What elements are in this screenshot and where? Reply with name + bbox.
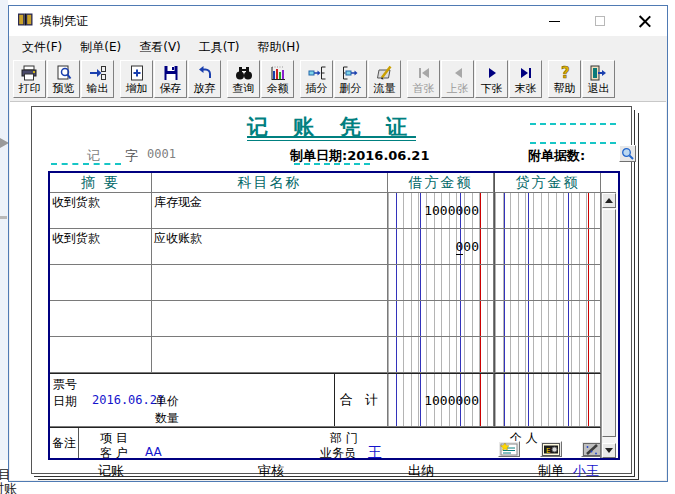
account-cell[interactable]: 库存现金: [152, 193, 388, 229]
salesman-value[interactable]: 王: [368, 444, 382, 458]
voucher-word-label[interactable]: 记: [87, 147, 100, 165]
cashier-label: 出纳: [408, 462, 434, 480]
export-button[interactable]: 输出: [81, 60, 114, 98]
balance-chart-icon: [270, 64, 286, 82]
summary-cell[interactable]: 收到货款: [50, 193, 152, 229]
voucher-client-area: 记 账 凭 证 记 字 0001 制单日期:2016.06.21 附单据数: 摘…: [10, 101, 666, 480]
delete-entry-icon: [342, 64, 360, 82]
total-debit-cell: 1000000: [388, 373, 494, 427]
minimize-button[interactable]: [532, 6, 577, 36]
print-preview-icon: [56, 64, 72, 82]
cashflow-button[interactable]: 流量: [368, 60, 401, 98]
preview-button[interactable]: 预览: [47, 60, 80, 98]
attachment-count-label[interactable]: 附单据数:: [528, 147, 585, 165]
ledger-book-icon: [17, 12, 34, 30]
remark-row: 备注 项 目 部 门 个 人 客 户 AA 业务员 王 E: [50, 427, 601, 458]
undo-icon: [197, 64, 213, 82]
menu-view[interactable]: 查看(V): [130, 36, 190, 59]
header-summary: 摘 要: [50, 173, 152, 193]
voucher-number[interactable]: 0001: [147, 147, 176, 161]
next-page-icon: [484, 64, 500, 82]
account-cell[interactable]: [152, 301, 388, 337]
ticket-label[interactable]: 票号: [53, 376, 77, 393]
next-voucher-button[interactable]: 下张: [475, 60, 508, 98]
voucher-table: 摘 要 科目名称 借方金额 贷方金额 收到货款 库存现金 1000000 收到货…: [48, 171, 620, 460]
summary-cell[interactable]: [50, 301, 152, 337]
dashed-rule: [530, 123, 616, 125]
discard-button[interactable]: 放弃: [188, 60, 221, 98]
last-voucher-button[interactable]: 末张: [509, 60, 542, 98]
query-button[interactable]: 查询: [227, 60, 260, 98]
bookkeeper-label: 记账: [98, 462, 124, 480]
balance-button[interactable]: 余额: [261, 60, 294, 98]
footer-ticket-area: 票号 日期 2016.06.21 单价 数量: [50, 374, 335, 426]
add-button[interactable]: 增加: [120, 60, 153, 98]
footer-date-value[interactable]: 2016.06.21: [92, 393, 164, 407]
magnifier-icon: [621, 147, 634, 160]
prev-page-icon: [450, 64, 466, 82]
unit-price-label[interactable]: 单价: [155, 393, 179, 410]
credit-cell[interactable]: [494, 265, 601, 301]
dashed-rule: [530, 142, 616, 144]
first-voucher-button: 首张: [407, 60, 440, 98]
delete-entry-button[interactable]: 删分: [334, 60, 367, 98]
customer-label[interactable]: 客 户: [100, 445, 128, 458]
title-bar[interactable]: 填制凭证: [9, 6, 667, 36]
voucher-entry-window: 填制凭证 文件(F) 制单(E) 查看(V) 工具(T) 帮助(H) 打印 预览: [8, 5, 668, 482]
voucher-paper: 记 账 凭 证 记 字 0001 制单日期:2016.06.21 附单据数: 摘…: [31, 106, 632, 474]
wizard-button[interactable]: [581, 441, 601, 457]
table-scrollbar[interactable]: [601, 193, 616, 458]
credit-cell[interactable]: [494, 229, 601, 265]
credit-cell[interactable]: [494, 337, 601, 373]
svg-text:?: ?: [561, 65, 570, 81]
debit-cell[interactable]: [388, 337, 494, 373]
summary-cell[interactable]: 收到货款: [50, 229, 152, 265]
scrollbar-thumb[interactable]: [602, 209, 616, 437]
calculator-button[interactable]: E: [540, 441, 562, 457]
credit-cell[interactable]: [494, 193, 601, 229]
voucher-date-field[interactable]: 制单日期:2016.06.21: [290, 147, 429, 165]
scroll-down-button[interactable]: [602, 443, 616, 458]
attachment-lookup-button[interactable]: [619, 145, 636, 162]
menu-voucher[interactable]: 制单(E): [71, 36, 130, 59]
exit-button[interactable]: 退出: [582, 60, 615, 98]
quantity-label[interactable]: 数量: [155, 410, 179, 427]
menu-file[interactable]: 文件(F): [13, 36, 71, 59]
account-cell[interactable]: [152, 265, 388, 301]
summary-cell[interactable]: [50, 265, 152, 301]
account-cell[interactable]: [152, 337, 388, 373]
debit-cell[interactable]: [388, 301, 494, 337]
insert-entry-button[interactable]: 插分: [300, 60, 333, 98]
background-partial-text: 时账: [0, 480, 17, 494]
scroll-up-button[interactable]: [602, 193, 616, 208]
auditor-label: 审核: [258, 462, 284, 480]
menu-help[interactable]: 帮助(H): [249, 36, 309, 59]
cashflow-pen-icon: [377, 64, 393, 82]
close-button[interactable]: [622, 6, 667, 36]
printer-icon: [21, 64, 38, 82]
menu-tools[interactable]: 工具(T): [190, 36, 249, 59]
signature-row: 记账 审核 出纳 制单 小王: [32, 462, 631, 478]
maximize-button: [577, 6, 622, 36]
window-title: 填制凭证: [40, 13, 88, 30]
maximize-icon: [595, 16, 605, 26]
customer-value[interactable]: AA: [145, 445, 162, 458]
background-dash-artifact: [0, 216, 7, 219]
summary-cell[interactable]: [50, 337, 152, 373]
common-voucher-button[interactable]: [498, 441, 520, 457]
arrow-down-icon: [605, 448, 613, 453]
debit-cell-editing[interactable]: 000: [388, 229, 494, 265]
account-cell[interactable]: 应收账款: [152, 229, 388, 265]
save-button[interactable]: 保存: [154, 60, 187, 98]
voucher-word-suffix: 字: [125, 147, 138, 165]
credit-cell[interactable]: [494, 301, 601, 337]
header-account: 科目名称: [152, 173, 388, 193]
debit-cell[interactable]: 1000000: [388, 193, 494, 229]
prev-voucher-button: 上张: [441, 60, 474, 98]
salesman-label[interactable]: 业务员: [320, 445, 356, 458]
help-button[interactable]: ? 帮助: [548, 60, 581, 98]
last-page-icon: [518, 64, 534, 82]
print-button[interactable]: 打印: [13, 60, 46, 98]
debit-cell[interactable]: [388, 265, 494, 301]
svg-text:E: E: [546, 446, 550, 454]
